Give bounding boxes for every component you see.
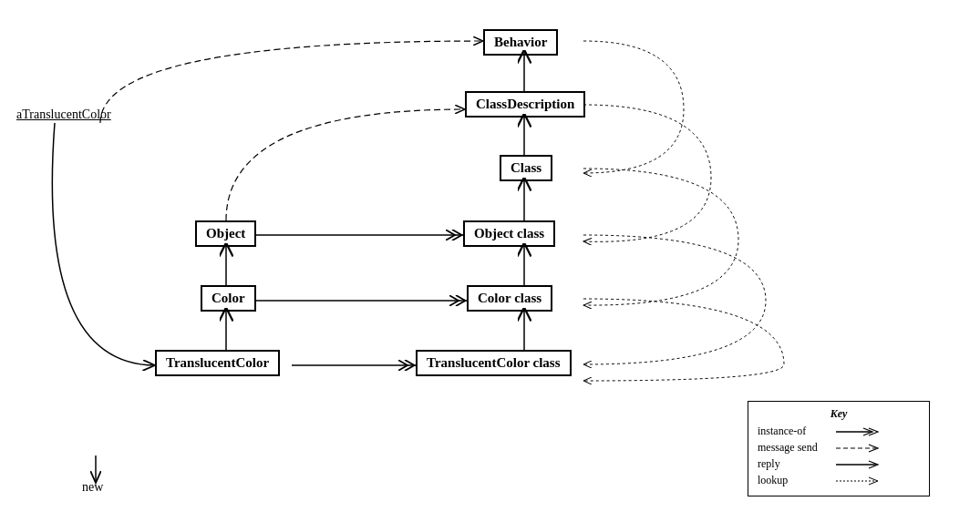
key-icon-instance-of <box>836 425 886 438</box>
key-label-message-send: message send <box>758 441 830 455</box>
key-icon-reply <box>836 458 886 471</box>
node-color-class: Color class <box>467 285 552 312</box>
label-new: new <box>82 480 103 495</box>
node-behavior: Behavior <box>483 29 558 56</box>
key-row-message-send: message send <box>758 441 920 455</box>
node-class-description: ClassDescription <box>465 91 585 118</box>
diagram: Behavior ClassDescription Class Object c… <box>0 0 980 522</box>
key-label-reply: reply <box>758 457 830 471</box>
node-color: Color <box>201 285 256 312</box>
node-translucent-color-class: TranslucentColor class <box>416 350 572 376</box>
node-object-class: Object class <box>463 220 555 247</box>
node-class: Class <box>500 155 552 181</box>
key-label-instance-of: instance-of <box>758 425 830 438</box>
key-icon-lookup <box>836 475 886 487</box>
label-a-translucent-color: aTranslucentColor <box>16 107 111 122</box>
key-label-lookup: lookup <box>758 474 830 487</box>
key-row-reply: reply <box>758 457 920 471</box>
node-translucent-color: TranslucentColor <box>155 350 280 376</box>
key-icon-message-send <box>836 442 886 455</box>
key-title: Key <box>758 407 920 421</box>
key-row-lookup: lookup <box>758 474 920 487</box>
node-object: Object <box>195 220 256 247</box>
key-row-instance-of: instance-of <box>758 425 920 438</box>
key-box: Key instance-of message send reply looku… <box>748 401 930 496</box>
